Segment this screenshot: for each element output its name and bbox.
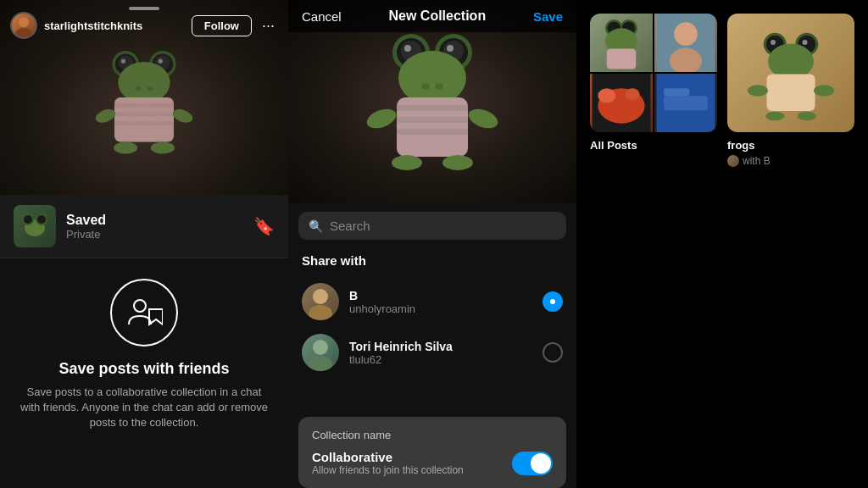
svg-rect-40 <box>397 117 468 123</box>
cell-food-svg <box>590 74 653 132</box>
follow-button[interactable]: Follow <box>192 15 252 36</box>
avatar <box>10 12 37 39</box>
svg-point-44 <box>392 155 422 170</box>
svg-point-49 <box>550 299 555 304</box>
user-name: B <box>349 289 532 302</box>
avatar-b-image <box>302 283 339 320</box>
svg-point-17 <box>114 142 137 154</box>
collection-name-label: Collection name <box>312 429 553 441</box>
list-item[interactable]: B unholyroamin <box>298 276 566 327</box>
grid-cell-1 <box>590 14 653 72</box>
hero-image: starlightstitchknits Follow ··· <box>0 0 288 195</box>
save-friends-title: Save posts with friends <box>58 360 229 378</box>
cell-person-svg <box>654 14 717 72</box>
user-handle: tlulu62 <box>349 353 532 366</box>
right-panel: All Posts frogs with B <box>576 0 868 488</box>
user-list: B unholyroamin Tori Heinrich Silva tlulu… <box>288 276 576 378</box>
user-select-tori[interactable] <box>542 342 563 363</box>
svg-point-26 <box>134 300 146 312</box>
friends-icon-circle <box>110 279 178 347</box>
svg-rect-67 <box>664 88 689 96</box>
user-avatar-b <box>302 283 339 320</box>
avatar-tori-image <box>302 334 339 371</box>
svg-point-16 <box>171 107 195 125</box>
user-avatar-tori <box>302 334 339 371</box>
save-friends-desc: Save posts to a collaborative collection… <box>17 385 271 431</box>
svg-point-78 <box>765 112 785 121</box>
svg-point-15 <box>94 107 118 125</box>
user-handle: unholyroamin <box>349 302 532 315</box>
save-friends-section: Save posts with friends Save posts to a … <box>0 258 288 452</box>
svg-point-63 <box>598 88 615 103</box>
svg-rect-39 <box>397 105 468 111</box>
collaborative-title: Collaborative <box>312 450 464 464</box>
more-options-icon[interactable]: ··· <box>259 17 278 35</box>
svg-rect-14 <box>114 121 174 125</box>
svg-rect-41 <box>397 129 468 135</box>
saved-thumbnail <box>14 205 56 247</box>
saved-thumb-image <box>18 209 52 243</box>
svg-point-37 <box>435 83 443 90</box>
collaborative-toggle[interactable] <box>512 452 553 475</box>
user-select-b[interactable] <box>542 291 563 312</box>
svg-point-45 <box>442 155 473 170</box>
search-input[interactable]: Search <box>330 219 370 233</box>
svg-point-46 <box>313 289 328 304</box>
new-collection-title: New Collection <box>388 8 486 24</box>
svg-rect-12 <box>114 103 174 108</box>
svg-point-9 <box>136 86 142 91</box>
saved-subtitle: Private <box>66 228 243 241</box>
svg-point-8 <box>118 62 170 103</box>
svg-point-64 <box>625 88 639 100</box>
svg-point-25 <box>37 215 46 224</box>
svg-rect-75 <box>767 75 815 112</box>
top-nav: Cancel New Collection Save <box>288 0 576 32</box>
svg-point-42 <box>364 105 398 131</box>
svg-point-74 <box>768 44 814 80</box>
svg-point-36 <box>421 83 430 90</box>
svg-point-51 <box>309 356 332 371</box>
collection-sub-text: with B <box>743 155 771 167</box>
collection-name: All Posts <box>590 139 717 152</box>
frogs-collection-image <box>727 14 854 132</box>
username: starlightstitchknits <box>44 19 185 32</box>
list-item[interactable]: Tori Heinrich Silva tlulu62 <box>298 327 566 378</box>
saved-section: Saved Private 🔖 <box>0 195 288 258</box>
cell-frog-svg <box>590 14 653 72</box>
cancel-button[interactable]: Cancel <box>302 9 342 24</box>
svg-rect-13 <box>114 113 174 117</box>
collection-dialog: Collection name Collaborative Allow frie… <box>298 417 566 488</box>
drag-handle <box>129 7 159 10</box>
svg-point-19 <box>19 17 29 27</box>
collection-card-all-posts[interactable]: All Posts <box>590 14 717 167</box>
frog-illustration <box>85 38 203 157</box>
collaborative-desc: Allow friends to join this collection <box>312 464 464 476</box>
cell-blue-svg <box>654 74 717 132</box>
collaborative-row: Collaborative Allow friends to join this… <box>312 450 553 476</box>
grid-cell-3 <box>590 74 653 132</box>
svg-point-6 <box>121 59 125 64</box>
middle-panel: Cancel New Collection Save Collection na… <box>288 0 576 488</box>
search-icon: 🔍 <box>309 219 323 233</box>
svg-point-34 <box>447 45 453 52</box>
svg-point-24 <box>24 215 32 224</box>
svg-point-35 <box>398 51 466 105</box>
user-info-tori: Tori Heinrich Silva tlulu62 <box>349 340 532 366</box>
svg-point-59 <box>674 22 698 46</box>
collaborative-info: Collaborative Allow friends to join this… <box>312 450 464 476</box>
collection-grid <box>590 14 717 132</box>
left-panel: starlightstitchknits Follow ··· Saved Pr… <box>0 0 288 488</box>
middle-frog <box>364 17 500 186</box>
avatar-image <box>12 14 36 37</box>
collab-avatar-dot <box>727 155 739 167</box>
svg-point-77 <box>814 85 834 97</box>
svg-point-10 <box>147 86 153 91</box>
svg-point-47 <box>309 305 332 320</box>
svg-rect-66 <box>664 96 708 110</box>
search-bar[interactable]: 🔍 Search <box>298 212 566 240</box>
collection-card-frogs[interactable]: frogs with B <box>727 14 854 167</box>
saved-info: Saved Private <box>66 213 243 241</box>
save-button[interactable]: Save <box>533 9 563 24</box>
svg-point-33 <box>404 45 411 52</box>
grid-cell-2 <box>654 14 717 72</box>
